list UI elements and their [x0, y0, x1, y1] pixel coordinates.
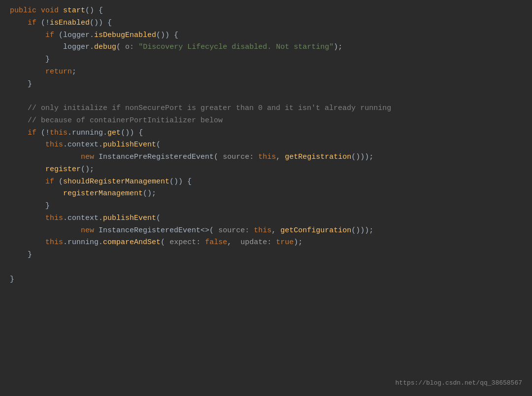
code-line-13: new InstancePreRegisteredEvent( source: …: [10, 151, 522, 164]
code-line-16: registerManagement();: [10, 188, 522, 200]
code-editor: public void start() { if (!isEnabled()) …: [0, 0, 532, 396]
code-line-5: }: [10, 54, 522, 66]
code-line-19: new InstanceRegisteredEvent<>( source: t…: [10, 225, 522, 237]
code-line-21: }: [10, 249, 522, 261]
code-line-20: this.running.compareAndSet( expect: fals…: [10, 237, 522, 249]
code-line-18: this.context.publishEvent(: [10, 213, 522, 225]
code-line-1: public void start() {: [10, 5, 522, 17]
code-line-11: if (!this.running.get()) {: [10, 127, 522, 140]
code-line-15: if (shouldRegisterManagement()) {: [10, 176, 522, 188]
code-line-22: [10, 261, 522, 274]
code-line-10: // because of containerPortInitializer b…: [10, 115, 522, 127]
code-line-8: [10, 90, 522, 103]
code-line-6: return;: [10, 66, 522, 78]
url-watermark: https://blog.csdn.net/qq_38658567: [396, 378, 522, 389]
code-line-17: }: [10, 200, 522, 213]
code-line-7: }: [10, 78, 522, 91]
code-line-12: this.context.publishEvent(: [10, 139, 522, 151]
code-lines: public void start() { if (!isEnabled()) …: [10, 5, 522, 286]
code-line-3: if (logger.isDebugEnabled()) {: [10, 30, 522, 42]
code-line-9: // only initialize if nonSecurePort is g…: [10, 103, 522, 115]
code-line-14: register();: [10, 164, 522, 176]
code-line-4: logger.debug( o: "Discovery Lifecycle di…: [10, 41, 522, 54]
code-line-2: if (!isEnabled()) {: [10, 17, 522, 30]
code-line-23: }: [10, 274, 522, 286]
